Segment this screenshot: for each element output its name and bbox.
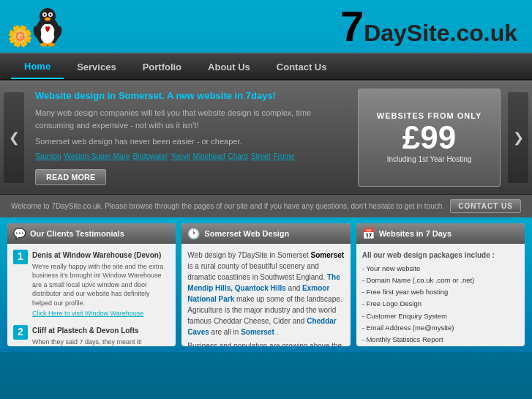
somerset-para1: Web design by 7DaySite in Somerset Somer… [187,250,344,338]
testimonial-1-body: We're really happy with the site and the… [32,262,170,308]
somerset-column: 🕐 Somerset Web Design Web design by 7Day… [181,223,350,346]
logo-area: 🌼 [7,4,95,48]
testimonial-2: 2 Cliff at Plastech & Devon Lofts When t… [13,325,170,346]
link-weston[interactable]: Weston-Super-Mare [64,152,130,160]
list-item-5: - Customer Enquiry System [362,311,519,321]
websites7days-header: 📅 Websites in 7 Days [356,223,525,244]
testimonial-1-text: Denis at Window Warehouse (Devon) We're … [32,250,170,319]
promo-box: WEBSITES FROM ONLY £99 Including 1st Yea… [358,89,501,187]
nav-services[interactable]: Services [64,56,130,78]
title-seven: 7 [340,2,364,50]
promo-price: £99 [402,120,456,155]
link-yeovil[interactable]: Yeovil [171,152,190,160]
link-frome[interactable]: Frome [273,152,294,160]
somerset-text2: and [288,284,302,292]
somerset-title: Somerset Web Design [204,229,289,238]
slider-next-arrow[interactable]: ❯ [508,92,528,183]
mascot-area: 🌼 [7,4,95,48]
list-item-7: - Monthly Statistics Report [362,335,519,345]
testimonial-1-title: Denis at Window Warehouse (Devon) [32,250,170,261]
title-domain: DaySite.co.uk [364,20,517,46]
link-minehead[interactable]: Minehead [193,152,225,160]
slider-heading: Website design in Somerset. A new websit… [35,90,347,101]
testimonial-1-num: 1 [13,250,28,264]
testimonial-1: 1 Denis at Window Warehouse (Devon) We'r… [13,250,170,319]
link-bridgwater[interactable]: Bridgwater [132,152,168,160]
somerset-bold1: Somerset [311,251,345,259]
testimonial-2-body: When they said 7 days, they meant it! [32,338,142,346]
welcome-text: Welcome to 7DaySite.co.uk. Please browse… [11,202,444,210]
welcome-bar: Welcome to 7DaySite.co.uk. Please browse… [0,195,532,217]
list-item-2: - Domain Name (.co.uk .com or .net) [362,275,519,286]
somerset-para2: Business and population are growing abov… [187,340,344,346]
websites7days-column: 📅 Websites in 7 Days All our web design … [356,223,525,346]
read-more-button[interactable]: READ MORE [35,169,106,185]
link-taunton[interactable]: Taunton [35,152,61,160]
testimonials-icon: 💬 [13,228,26,239]
testimonials-body: 1 Denis at Window Warehouse (Devon) We'r… [7,244,176,346]
testimonial-2-num: 2 [13,325,28,340]
nav-portfolio[interactable]: Portfolio [130,56,195,78]
nav-about[interactable]: About Us [195,56,263,78]
testimonial-2-title: Cliff at Plastech & Devon Lofts [32,325,142,336]
list-item-1: - Your new website [362,264,519,274]
somerset-icon: 🕐 [187,228,200,239]
somerset-text5: . [277,328,279,336]
list-item-4: - Free Logo Design [362,299,519,309]
bottom-columns: 💬 Our Clients Testimonials 1 Denis at Wi… [0,217,532,352]
somerset-text4: are all in [211,328,241,336]
somerset-header: 🕐 Somerset Web Design [181,223,350,244]
slider-para2: Somerset web design has never been easie… [35,135,347,148]
hero-slider: ❮ Website design in Somerset. A new webs… [0,81,532,195]
websites7days-intro: All our web design packages include : [362,250,519,261]
slider-para1: Many web design companies will tell you … [35,107,347,131]
somerset-body: Web design by 7DaySite in Somerset Somer… [181,244,350,346]
somerset-bold5: Somerset [241,328,274,336]
svg-point-2 [40,8,56,24]
list-item-3: - Free first year web hosting [362,287,519,297]
testimonial-1-link[interactable]: Click Here to visit Window Warehouse [32,310,143,317]
slider-prev-arrow[interactable]: ❮ [4,92,24,183]
promo-line2: Including 1st Year Hosting [387,155,472,163]
svg-point-1 [40,23,55,44]
websites7days-body: All our web design packages include : - … [356,244,525,346]
svg-point-6 [50,14,52,16]
slider-location-links: Taunton Weston-Super-Mare Bridgwater Yeo… [35,152,347,160]
testimonials-title: Our Clients Testimonials [30,229,124,238]
testimonials-header: 💬 Our Clients Testimonials [7,223,176,244]
nav-home[interactable]: Home [11,55,64,79]
list-item-6: - Email Address (me@mysite) [362,323,519,333]
site-title: 7DaySite.co.uk [340,5,517,48]
svg-point-10 [40,43,48,47]
svg-point-11 [48,43,55,47]
main-nav: Home Services Portfolio About Us Contact… [0,53,532,81]
websites7days-icon: 📅 [362,228,375,239]
svg-point-5 [44,14,46,16]
contact-us-button[interactable]: CONTACT US [450,199,521,213]
testimonial-2-text: Cliff at Plastech & Devon Lofts When the… [32,325,142,346]
nav-contact[interactable]: Contact Us [263,56,340,78]
site-header: 🌼 7DaySite.co.uk [0,0,532,53]
somerset-text1: is a rural county of beautiful scenery a… [187,262,325,281]
testimonials-column: 💬 Our Clients Testimonials 1 Denis at Wi… [7,223,176,346]
slider-text-content: Website design in Somerset. A new websit… [28,81,354,194]
link-chard[interactable]: Chard [228,152,248,160]
penguin-icon [29,6,66,48]
somerset-label: Web design by 7DaySite in Somerset [187,251,308,259]
svg-point-7 [45,18,50,21]
link-street[interactable]: Street [251,152,271,160]
websites7days-title: Websites in 7 Days [379,229,452,238]
